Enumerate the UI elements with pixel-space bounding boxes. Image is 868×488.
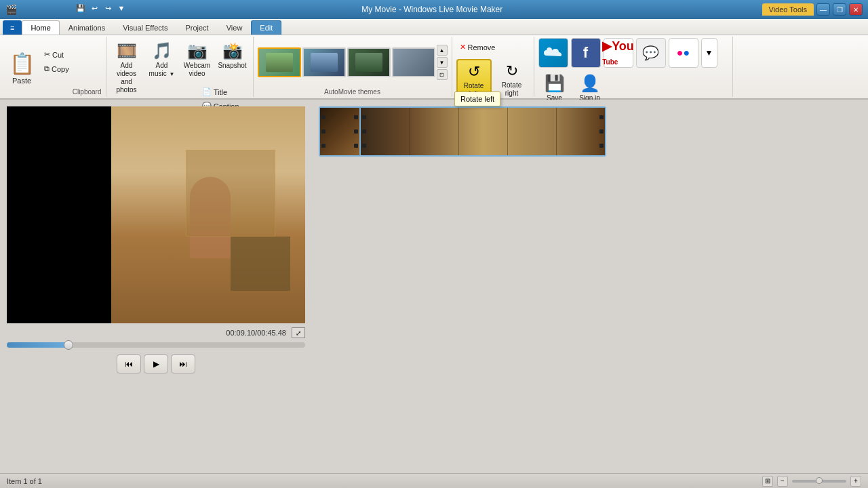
zoom-out-button[interactable]: − bbox=[777, 476, 788, 487]
copy-button[interactable]: ⧉ Copy bbox=[41, 62, 73, 75]
title-button[interactable]: 📄 Title bbox=[199, 85, 249, 98]
video-preview bbox=[7, 106, 305, 323]
qa-undo[interactable]: ↩ bbox=[88, 2, 100, 14]
theme-2[interactable] bbox=[347, 47, 391, 77]
messenger-button[interactable]: 💬 bbox=[636, 38, 666, 68]
expand-preview-button[interactable]: ⤢ bbox=[292, 327, 305, 338]
video-tools-tab[interactable]: Video Tools bbox=[762, 3, 814, 16]
tab-home[interactable]: Home bbox=[22, 20, 59, 35]
add-music-dropdown-arrow: ▼ bbox=[169, 71, 174, 77]
close-button[interactable]: ✕ bbox=[849, 3, 863, 16]
cut-button[interactable]: ✂ Cut bbox=[41, 48, 73, 61]
facebook-button[interactable]: f bbox=[571, 38, 601, 68]
qa-dropdown[interactable]: ▼ bbox=[115, 2, 127, 14]
tab-animations[interactable]: Animations bbox=[60, 20, 114, 35]
save-movie-icon: 💾 bbox=[545, 74, 565, 93]
qa-redo[interactable]: ↪ bbox=[102, 2, 114, 14]
rotate-right-button[interactable]: ↻ Rotate right bbox=[494, 59, 530, 94]
film-clip-1[interactable] bbox=[320, 108, 361, 155]
skydrive-button[interactable] bbox=[538, 38, 568, 68]
add-videos-button[interactable]: 🎞️ Add videos and photos bbox=[111, 38, 143, 85]
flickr-button[interactable]: ●● bbox=[669, 38, 698, 68]
app-icon: 🎬 bbox=[5, 4, 17, 15]
zoom-controls: ⊞ − + bbox=[762, 476, 861, 487]
fast-forward-button[interactable]: ⏭ bbox=[171, 354, 195, 373]
theme-1[interactable] bbox=[302, 47, 346, 77]
restore-button[interactable]: ❐ bbox=[833, 3, 846, 16]
play-icon: ▶ bbox=[153, 359, 159, 369]
youtube-icon: ▶YouTube bbox=[602, 39, 634, 68]
app-menu-button[interactable]: ≡ bbox=[3, 20, 22, 35]
share-more-button[interactable]: ▼ bbox=[701, 38, 717, 68]
theme-3[interactable] bbox=[392, 47, 435, 77]
remove-button[interactable]: ✕ Remove bbox=[456, 41, 499, 54]
tab-visual-effects[interactable]: Visual Effects bbox=[114, 20, 176, 35]
clipboard-group-label: Clipboard bbox=[73, 87, 102, 96]
fast-forward-icon: ⏭ bbox=[179, 359, 187, 369]
scrubber-track bbox=[7, 342, 66, 348]
film-strip[interactable] bbox=[319, 106, 606, 157]
themes-scroll-down[interactable]: ▼ bbox=[437, 57, 448, 68]
rewind-button[interactable]: ⏮ bbox=[117, 354, 141, 373]
minimize-button[interactable]: — bbox=[816, 3, 830, 16]
add-music-button[interactable]: 🎵 Addmusic ▼ bbox=[146, 38, 178, 85]
snapshot-button[interactable]: 📸 Snapshot bbox=[216, 38, 249, 85]
qa-save[interactable]: 💾 bbox=[75, 2, 87, 14]
paste-button[interactable]: 📋 Paste bbox=[4, 48, 39, 96]
scrubber-thumb[interactable] bbox=[64, 340, 73, 350]
zoom-slider[interactable] bbox=[792, 480, 846, 483]
add-music-icon: 🎵 bbox=[152, 41, 172, 60]
themes-scroll-up[interactable]: ▲ bbox=[437, 45, 448, 56]
rotate-right-icon: ↻ bbox=[506, 62, 518, 80]
zoom-fit-button[interactable]: ⊞ bbox=[762, 476, 773, 487]
skydrive-icon bbox=[544, 46, 563, 60]
zoom-slider-thumb[interactable] bbox=[816, 477, 823, 484]
add-videos-icon: 🎞️ bbox=[117, 41, 137, 60]
facebook-icon: f bbox=[583, 44, 588, 62]
tab-project[interactable]: Project bbox=[176, 20, 217, 35]
webcam-icon: 📷 bbox=[187, 41, 208, 60]
cut-icon: ✂ bbox=[44, 50, 50, 59]
time-display: 00:09.10/00:45.48 bbox=[226, 329, 286, 337]
theme-none[interactable] bbox=[258, 47, 301, 77]
window-title: My Movie - Windows Live Movie Maker bbox=[102, 5, 762, 14]
rewind-icon: ⏮ bbox=[125, 359, 133, 369]
youtube-button[interactable]: ▶YouTube bbox=[604, 38, 633, 68]
automovie-group-label: AutoMovie themes bbox=[324, 87, 380, 96]
rotate-left-button[interactable]: ↺ Rotate left bbox=[456, 59, 492, 94]
tab-view[interactable]: View bbox=[218, 20, 252, 35]
remove-icon: ✕ bbox=[460, 43, 466, 52]
storyboard-panel bbox=[312, 100, 868, 473]
scrubber-bar[interactable] bbox=[7, 342, 305, 348]
tab-edit[interactable]: Edit bbox=[251, 20, 281, 35]
play-button[interactable]: ▶ bbox=[144, 354, 168, 373]
copy-icon: ⧉ bbox=[44, 64, 50, 73]
film-clip-2[interactable] bbox=[361, 108, 605, 155]
status-item-label: Item 1 of 1 bbox=[7, 477, 42, 485]
sign-in-icon: 👤 bbox=[580, 74, 600, 93]
title-icon: 📄 bbox=[202, 87, 212, 96]
rotate-left-icon: ↺ bbox=[468, 63, 480, 81]
webcam-button[interactable]: 📷 Webcam video bbox=[181, 38, 214, 85]
messenger-icon: 💬 bbox=[642, 45, 659, 61]
snapshot-icon: 📸 bbox=[222, 41, 243, 60]
zoom-in-button[interactable]: + bbox=[850, 476, 861, 487]
themes-dropdown[interactable]: ⊡ bbox=[437, 69, 448, 80]
flickr-icon: ●● bbox=[677, 47, 690, 59]
paste-icon: 📋 bbox=[9, 52, 35, 75]
